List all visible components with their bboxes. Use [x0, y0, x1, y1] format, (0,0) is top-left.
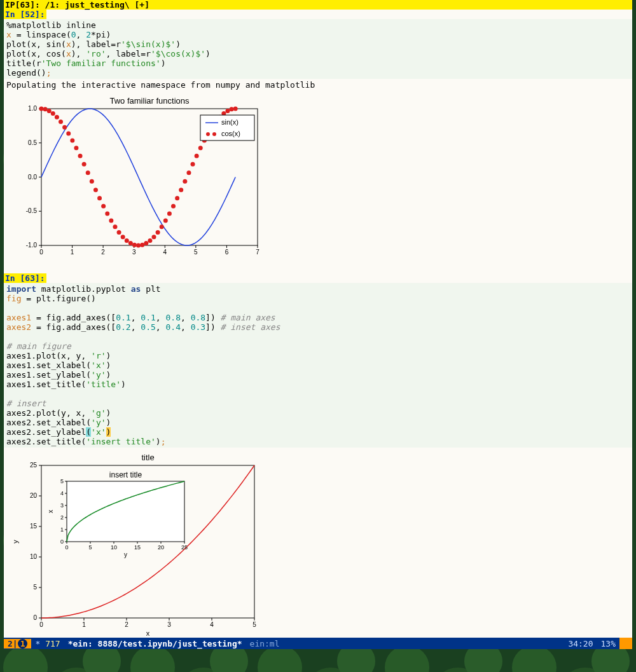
- svg-rect-114: [67, 481, 184, 542]
- statusbar: 2|1 * 717 *ein: 8888/test.ipynb/just_tes…: [4, 638, 632, 649]
- svg-text:20: 20: [30, 492, 38, 499]
- cell-2[interactable]: In [63]: import matplotlib.pyplot as plt…: [4, 273, 632, 641]
- svg-text:10: 10: [111, 544, 117, 551]
- code-line[interactable]: %matplotlib inline: [6, 20, 630, 30]
- svg-text:4: 4: [163, 249, 167, 256]
- code-line[interactable]: # insert: [6, 399, 630, 408]
- code-line[interactable]: [6, 303, 630, 313]
- code-line[interactable]: import matplotlib.pyplot as plt: [6, 284, 630, 294]
- svg-text:10: 10: [30, 553, 38, 560]
- svg-text:insert title: insert title: [109, 470, 142, 479]
- code-line[interactable]: axes1.set_xlabel('x'): [6, 360, 630, 370]
- svg-point-83: [212, 132, 216, 136]
- svg-point-76: [225, 109, 230, 113]
- code-line[interactable]: # main figure: [6, 341, 630, 351]
- svg-text:sin(x): sin(x): [221, 118, 238, 126]
- svg-point-33: [59, 120, 63, 124]
- svg-text:5: 5: [88, 544, 92, 551]
- svg-text:title: title: [141, 453, 154, 462]
- svg-text:-0.5: -0.5: [26, 207, 38, 214]
- svg-point-30: [47, 109, 52, 113]
- svg-text:y: y: [124, 551, 127, 558]
- svg-point-42: [93, 188, 98, 192]
- svg-text:1: 1: [82, 621, 86, 628]
- in-prompt-63: In [63]:: [4, 273, 46, 283]
- sb-pct: 13%: [597, 639, 619, 648]
- svg-point-29: [43, 107, 48, 111]
- svg-point-31: [51, 111, 55, 116]
- svg-text:2: 2: [60, 514, 64, 521]
- code-line[interactable]: axes1 = fig.add_axes([0.1, 0.1, 0.8, 0.8…: [6, 313, 630, 322]
- svg-point-65: [183, 179, 187, 184]
- svg-point-58: [156, 230, 160, 235]
- svg-text:4: 4: [60, 490, 64, 497]
- svg-point-59: [160, 224, 164, 229]
- code-line[interactable]: axes2.plot(y, x, 'g'): [6, 408, 630, 418]
- code-line[interactable]: axes1.plot(x, y, 'r'): [6, 351, 630, 360]
- code-line[interactable]: axes1.set_ylabel('y'): [6, 370, 630, 380]
- svg-point-68: [195, 154, 199, 158]
- svg-text:2: 2: [125, 621, 128, 628]
- svg-point-82: [206, 132, 210, 136]
- code-line[interactable]: x = linspace(0, 2*pi): [6, 30, 630, 39]
- chart-svg-1: Two familiar functions01234567-1.0-0.50.…: [6, 96, 261, 261]
- svg-text:7: 7: [256, 249, 259, 256]
- svg-text:Two familiar functions: Two familiar functions: [110, 96, 190, 106]
- svg-text:3: 3: [167, 621, 171, 628]
- svg-text:25: 25: [30, 462, 38, 469]
- code-line[interactable]: [6, 389, 630, 399]
- svg-point-44: [101, 204, 106, 209]
- svg-point-60: [163, 219, 168, 223]
- svg-point-36: [70, 138, 74, 142]
- svg-point-34: [62, 125, 67, 130]
- svg-point-62: [171, 204, 176, 209]
- sb-left: 2|1: [4, 639, 31, 648]
- code-block-2[interactable]: import matplotlib.pyplot as plt fig = pl…: [4, 283, 632, 448]
- code-line[interactable]: axes2.set_title('insert title');: [6, 437, 630, 446]
- svg-text:20: 20: [158, 544, 164, 551]
- svg-text:6: 6: [225, 249, 229, 256]
- svg-text:4: 4: [210, 621, 214, 628]
- svg-text:0: 0: [65, 544, 68, 551]
- svg-point-35: [66, 131, 71, 135]
- code-line[interactable]: legend();: [6, 68, 630, 78]
- code-line[interactable]: axes2 = fig.add_axes([0.2, 0.5, 0.4, 0.3…: [6, 322, 630, 332]
- code-line[interactable]: [6, 332, 630, 341]
- svg-text:5: 5: [33, 584, 37, 591]
- code-line[interactable]: title(r'Two familiar functions'): [6, 58, 630, 68]
- svg-point-32: [55, 115, 59, 120]
- code-line[interactable]: axes2.set_ylabel('x'): [6, 427, 630, 437]
- svg-text:x: x: [146, 629, 150, 637]
- code-line[interactable]: plot(x, cos(x), 'ro', label=r'$\cos(x)$'…: [6, 49, 630, 58]
- editor-window: IP[63]: /1: just_testing\ [+] In [52]: %…: [4, 0, 632, 641]
- cell-1[interactable]: In [52]: %matplotlib inline x = linspace…: [4, 10, 632, 266]
- svg-text:cos(x): cos(x): [221, 130, 240, 137]
- svg-point-77: [230, 107, 234, 111]
- output-text: Populating the interactive namespace fro…: [4, 79, 632, 91]
- svg-point-40: [86, 170, 90, 175]
- svg-text:2: 2: [101, 249, 105, 256]
- svg-point-52: [132, 243, 137, 247]
- code-line[interactable]: plot(x, sin(x), label=r'$\sin(x)$'): [6, 39, 630, 49]
- sb-pos: 34:20: [564, 639, 597, 648]
- svg-point-78: [233, 107, 238, 111]
- svg-text:3: 3: [60, 502, 64, 509]
- svg-point-47: [113, 224, 117, 229]
- sb-mode: ein:ml: [246, 639, 284, 648]
- code-line[interactable]: axes2.set_xlabel('y'): [6, 418, 630, 427]
- code-block-1[interactable]: %matplotlib inline x = linspace(0, 2*pi)…: [4, 19, 632, 79]
- svg-point-28: [39, 107, 44, 111]
- code-line[interactable]: fig = plt.figure(): [6, 294, 630, 303]
- svg-text:-1.0: -1.0: [26, 242, 38, 249]
- code-line[interactable]: axes1.set_title('title'): [6, 380, 630, 389]
- svg-point-57: [152, 235, 156, 239]
- svg-text:0.0: 0.0: [28, 174, 37, 181]
- svg-point-48: [117, 230, 121, 235]
- chart-svg-2: title0123450510152025xyinsert title05101…: [6, 453, 261, 637]
- svg-point-37: [74, 146, 78, 150]
- sb-end-block: [619, 638, 632, 649]
- svg-point-54: [140, 243, 144, 247]
- svg-point-69: [198, 146, 203, 150]
- svg-point-66: [186, 170, 191, 175]
- svg-text:15: 15: [30, 523, 38, 530]
